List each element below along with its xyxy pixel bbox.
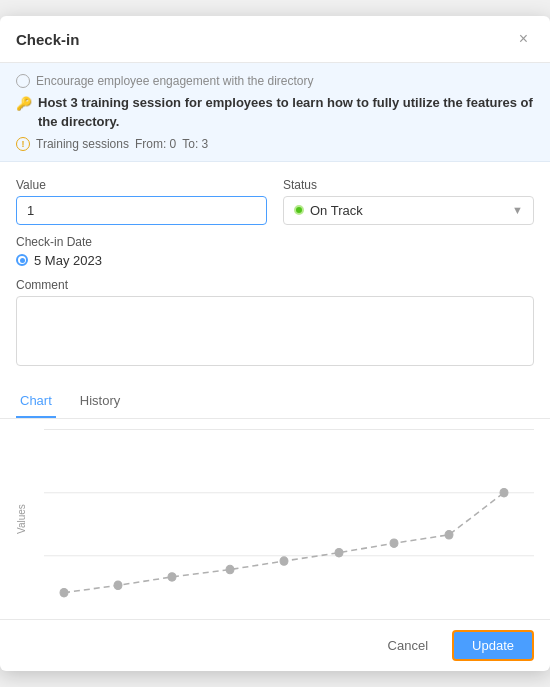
banner-metric-label: Training sessions <box>36 137 129 151</box>
update-button[interactable]: Update <box>452 630 534 661</box>
comment-input[interactable] <box>16 296 534 366</box>
status-select-left: On Track <box>294 203 363 218</box>
y-axis-label: Values <box>16 504 27 534</box>
status-value: On Track <box>310 203 363 218</box>
banner-main-text: Host 3 training session for employees to… <box>38 94 534 130</box>
status-group: Status On Track ▼ <box>283 178 534 225</box>
chart-svg: 4 3 2 <box>44 419 534 619</box>
tab-history[interactable]: History <box>76 385 124 418</box>
status-label: Status <box>283 178 534 192</box>
checkin-date-label: Check-in Date <box>16 235 534 249</box>
data-point-1 <box>60 588 68 596</box>
data-point-3 <box>168 572 176 580</box>
tabs-row: Chart History <box>0 385 550 419</box>
banner-metric-row: ! Training sessions From: 0 To: 3 <box>16 137 534 151</box>
banner-subtitle: Encourage employee engagement with the d… <box>36 74 314 88</box>
modal-body: Value Status On Track ▼ Check-in Date <box>0 162 550 385</box>
data-point-6 <box>335 548 343 556</box>
checkin-date-row: 5 May 2023 <box>16 253 534 268</box>
comment-label: Comment <box>16 278 534 292</box>
banner-main-row: 🔑 Host 3 training session for employees … <box>16 94 534 130</box>
comment-section: Comment <box>16 278 534 369</box>
data-point-2 <box>114 581 122 589</box>
info-banner: Encourage employee engagement with the d… <box>0 63 550 161</box>
modal-footer: Cancel Update <box>0 619 550 671</box>
chart-container: 4 3 2 Valu <box>16 419 534 619</box>
banner-metric-from: From: 0 <box>135 137 176 151</box>
dropdown-arrow-icon: ▼ <box>512 204 523 216</box>
checkin-modal: Check-in × Encourage employee engagement… <box>0 16 550 670</box>
value-label: Value <box>16 178 267 192</box>
data-point-4 <box>226 565 234 573</box>
value-group: Value <box>16 178 267 225</box>
data-point-5 <box>280 557 288 565</box>
value-input[interactable] <box>16 196 267 225</box>
checkin-date-value: 5 May 2023 <box>34 253 102 268</box>
radio-button[interactable] <box>16 254 28 266</box>
close-button[interactable]: × <box>513 28 534 50</box>
checkin-date-section: Check-in Date 5 May 2023 <box>16 235 534 268</box>
data-point-9 <box>500 488 508 496</box>
status-select[interactable]: On Track ▼ <box>283 196 534 225</box>
modal-title: Check-in <box>16 31 79 48</box>
cancel-button[interactable]: Cancel <box>374 632 442 659</box>
chart-area: 4 3 2 Valu <box>0 419 550 619</box>
data-point-8 <box>445 530 453 538</box>
on-track-dot <box>294 205 304 215</box>
circle-icon <box>16 74 30 88</box>
key-icon: 🔑 <box>16 95 32 113</box>
warning-icon: ! <box>16 137 30 151</box>
tab-chart[interactable]: Chart <box>16 385 56 418</box>
radio-dot-inner <box>20 258 25 263</box>
data-point-7 <box>390 539 398 547</box>
trend-line <box>64 492 504 592</box>
modal-header: Check-in × <box>0 16 550 63</box>
banner-metric-to: To: 3 <box>182 137 208 151</box>
banner-subtitle-row: Encourage employee engagement with the d… <box>16 73 534 88</box>
value-status-row: Value Status On Track ▼ <box>16 178 534 225</box>
